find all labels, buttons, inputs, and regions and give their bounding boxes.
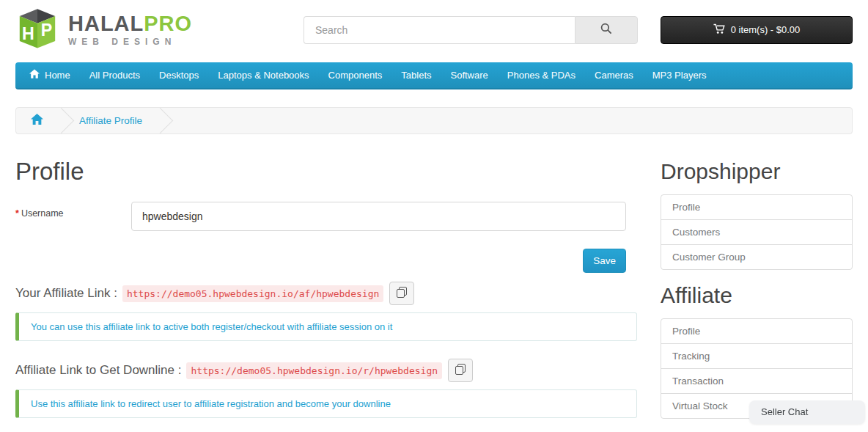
cart-button[interactable]: 0 item(s) - $0.00 bbox=[661, 16, 853, 44]
search-group bbox=[304, 16, 638, 44]
sidebar: Dropshipper Profile Customers Customer G… bbox=[661, 147, 853, 432]
username-input[interactable] bbox=[131, 202, 626, 231]
username-label-text: Username bbox=[21, 208, 64, 219]
nav-item-label: Components bbox=[328, 62, 383, 89]
brand-name-accent: PRO bbox=[144, 12, 192, 35]
site-header: H P HALALPRO WEB DESIGN bbox=[0, 0, 868, 62]
cart-total-label: 0 item(s) - $0.00 bbox=[731, 24, 801, 35]
nav-item-components[interactable]: Components bbox=[319, 62, 392, 89]
sidebar-section-title: Affiliate bbox=[661, 283, 853, 308]
affiliate-link-label: Your Affiliate Link : bbox=[15, 286, 117, 301]
save-button[interactable]: Save bbox=[583, 249, 626, 273]
sidebar-section-affiliate: Affiliate Profile Tracking Transaction V… bbox=[661, 283, 853, 419]
logo-text: HALALPRO WEB DESIGN bbox=[68, 12, 192, 47]
affiliate-link-url: https://demo05.hpwebdesign.io/af/hpwebde… bbox=[122, 285, 383, 302]
logo-cube-icon: H P bbox=[15, 7, 59, 52]
brand-tagline: WEB DESIGN bbox=[68, 37, 192, 47]
nav-item-all-products[interactable]: All Products bbox=[80, 62, 150, 89]
sidebar-item-tracking[interactable]: Tracking bbox=[661, 343, 853, 369]
nav-item-cameras[interactable]: Cameras bbox=[585, 62, 643, 89]
copy-icon bbox=[455, 364, 466, 377]
copy-affiliate-link-button[interactable] bbox=[389, 282, 414, 305]
downline-link-url: https://demo05.hpwebdesign.io/r/hpwebdes… bbox=[186, 362, 442, 379]
nav-item-laptops-notebooks[interactable]: Laptops & Notebooks bbox=[208, 62, 318, 89]
nav-item-software[interactable]: Software bbox=[441, 62, 498, 89]
breadcrumb: Affiliate Profile bbox=[15, 107, 853, 134]
chevron-right-icon bbox=[48, 108, 74, 133]
sidebar-section-title: Dropshipper bbox=[661, 159, 853, 184]
dropshipper-list: Profile Customers Customer Group bbox=[661, 194, 853, 270]
nav-item-label: Home bbox=[45, 62, 70, 89]
sidebar-item-affiliate-profile[interactable]: Profile bbox=[661, 318, 853, 344]
nav-item-tablets[interactable]: Tablets bbox=[391, 62, 441, 89]
nav-item-home[interactable]: Home bbox=[20, 62, 80, 89]
chevron-right-icon bbox=[147, 108, 173, 133]
sidebar-item-dropshipper-profile[interactable]: Profile bbox=[661, 194, 853, 220]
nav-item-label: Software bbox=[451, 62, 488, 89]
search-input[interactable] bbox=[304, 16, 575, 44]
downline-link-label: Affiliate Link to Get Downline : bbox=[15, 363, 181, 378]
breadcrumb-current-link[interactable]: Affiliate Profile bbox=[79, 115, 142, 126]
username-label: *Username bbox=[15, 202, 131, 231]
logo-cube-letter-left: H bbox=[22, 24, 34, 43]
nav-item-phones-pdas[interactable]: Phones & PDAs bbox=[498, 62, 585, 89]
page-title: Profile bbox=[15, 158, 637, 186]
search-button[interactable] bbox=[575, 16, 638, 44]
username-form-row: *Username bbox=[15, 202, 637, 231]
nav-item-label: All Products bbox=[89, 62, 140, 89]
required-marker: * bbox=[15, 208, 19, 219]
cart-icon bbox=[713, 23, 725, 37]
brand-name: HALALPRO bbox=[68, 12, 192, 34]
brand-name-primary: HALAL bbox=[68, 12, 144, 35]
copy-downline-link-button[interactable] bbox=[448, 359, 473, 382]
nav-item-mp3-players[interactable]: MP3 Players bbox=[643, 62, 716, 89]
breadcrumb-home-link[interactable] bbox=[31, 114, 43, 128]
cart-wrap: 0 item(s) - $0.00 bbox=[661, 16, 853, 44]
nav-item-desktops[interactable]: Desktops bbox=[150, 62, 208, 89]
nav-item-label: Phones & PDAs bbox=[507, 62, 575, 89]
sidebar-item-transaction[interactable]: Transaction bbox=[661, 368, 853, 394]
nav-item-label: MP3 Players bbox=[652, 62, 707, 89]
main-nav: Home All Products Desktops Laptops & Not… bbox=[15, 62, 853, 89]
affiliate-link-note: You can use this affiliate link to activ… bbox=[15, 312, 637, 341]
nav-item-label: Cameras bbox=[595, 62, 633, 89]
search-icon bbox=[600, 23, 612, 37]
seller-chat-widget[interactable]: Seller Chat bbox=[749, 400, 865, 424]
nav-item-label: Desktops bbox=[159, 62, 199, 89]
affiliate-link-row: Your Affiliate Link : https://demo05.hpw… bbox=[15, 282, 637, 305]
site-logo[interactable]: H P HALALPRO WEB DESIGN bbox=[15, 7, 304, 52]
profile-content: Profile *Username Save Your Affiliate Li… bbox=[15, 147, 637, 432]
downline-link-note: Use this affiliate link to redirect user… bbox=[15, 389, 637, 418]
downline-link-row: Affiliate Link to Get Downline : https:/… bbox=[15, 359, 637, 382]
home-icon bbox=[31, 114, 43, 128]
nav-item-label: Tablets bbox=[401, 62, 431, 89]
sidebar-item-customer-group[interactable]: Customer Group bbox=[661, 244, 853, 270]
logo-cube-letter-right: P bbox=[41, 21, 53, 40]
sidebar-section-dropshipper: Dropshipper Profile Customers Customer G… bbox=[661, 159, 853, 270]
home-icon bbox=[29, 62, 40, 89]
copy-icon bbox=[397, 287, 407, 300]
sidebar-item-customers[interactable]: Customers bbox=[661, 219, 853, 245]
nav-item-label: Laptops & Notebooks bbox=[218, 62, 309, 89]
